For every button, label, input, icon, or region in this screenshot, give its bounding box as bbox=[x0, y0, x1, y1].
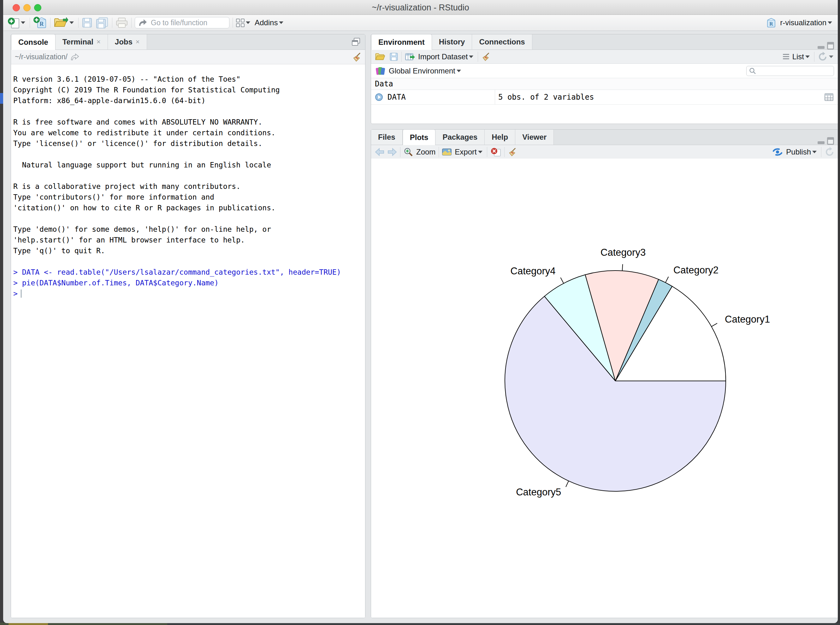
maximize-pane-icon[interactable] bbox=[827, 42, 834, 50]
pane-windows-icon[interactable] bbox=[351, 37, 361, 50]
tab-help[interactable]: Help bbox=[485, 130, 515, 145]
close-terminal-tab-icon[interactable]: × bbox=[97, 38, 101, 46]
print-icon[interactable] bbox=[115, 17, 128, 28]
import-dataset-icon[interactable] bbox=[405, 52, 415, 61]
tab-connections[interactable]: Connections bbox=[472, 34, 532, 50]
save-icon[interactable] bbox=[82, 17, 92, 28]
refresh-environment-caret[interactable] bbox=[829, 56, 833, 58]
console-command-line: > pie(DATA$Number.of.Times, DATA$Categor… bbox=[13, 277, 365, 288]
svg-text:R: R bbox=[40, 21, 44, 27]
global-environment-icon bbox=[376, 66, 386, 76]
project-selector[interactable]: r-visualization bbox=[780, 18, 826, 27]
console-output[interactable]: R version 3.6.1 (2019-07-05) -- "Action … bbox=[11, 64, 365, 618]
environment-scope-selector[interactable]: Global Environment bbox=[389, 67, 455, 75]
background-window-sliver bbox=[0, 0, 3, 625]
goto-file-input[interactable] bbox=[150, 18, 224, 28]
tab-environment[interactable]: Environment bbox=[371, 34, 432, 50]
title-bar: ~/r-visualization - RStudio bbox=[3, 0, 838, 15]
tab-packages[interactable]: Packages bbox=[435, 130, 485, 145]
tab-plots[interactable]: Plots bbox=[403, 130, 436, 145]
project-cube-icon: R bbox=[765, 17, 777, 28]
export-plot-icon bbox=[442, 148, 452, 156]
console-output-line bbox=[13, 256, 365, 267]
maximize-pane-icon[interactable] bbox=[827, 137, 834, 145]
rstudio-window: ~/r-visualization - RStudio R bbox=[3, 0, 838, 623]
refresh-plot-icon[interactable] bbox=[824, 147, 835, 157]
console-output-line: Type 'license()' or 'licence()' for dist… bbox=[13, 138, 365, 149]
tab-viewer[interactable]: Viewer bbox=[515, 130, 554, 145]
export-plot-button[interactable]: Export bbox=[455, 148, 477, 156]
view-data-table-icon[interactable] bbox=[824, 93, 833, 101]
import-dataset-caret[interactable] bbox=[469, 56, 473, 58]
pane-layout-icon[interactable] bbox=[236, 19, 245, 27]
console-output-line: Platform: x86_64-apple-darwin15.6.0 (64-… bbox=[13, 95, 365, 106]
save-workspace-icon[interactable] bbox=[390, 52, 398, 61]
pie-chart: Category1Category2Category3Category4Cate… bbox=[371, 159, 838, 618]
minimize-pane-icon[interactable] bbox=[818, 46, 824, 49]
publish-button[interactable]: Publish bbox=[786, 148, 811, 156]
main-toolbar: R bbox=[3, 15, 838, 31]
console-output-line: Type 'contributors()' for more informati… bbox=[13, 192, 365, 202]
load-workspace-icon[interactable] bbox=[375, 52, 386, 62]
environment-search-box[interactable] bbox=[746, 66, 834, 76]
pie-label: Category2 bbox=[673, 264, 718, 275]
zoom-plot-icon[interactable] bbox=[404, 147, 413, 157]
clear-all-plots-broom-icon[interactable] bbox=[508, 148, 517, 156]
pie-label-tick bbox=[622, 264, 623, 271]
open-file-dropdown-caret[interactable] bbox=[69, 22, 74, 24]
console-prompt-line: > bbox=[13, 288, 365, 299]
next-plot-icon[interactable] bbox=[388, 148, 397, 156]
search-icon bbox=[749, 67, 756, 75]
list-view-caret[interactable] bbox=[805, 56, 810, 58]
object-name: DATA bbox=[388, 93, 406, 101]
console-tabstrip: Console Terminal × Jobs × bbox=[11, 34, 365, 50]
addins-button[interactable]: Addins bbox=[255, 18, 278, 27]
tab-history[interactable]: History bbox=[432, 34, 472, 50]
minimize-pane-icon[interactable] bbox=[818, 141, 824, 144]
new-file-icon[interactable] bbox=[8, 17, 20, 29]
remove-plot-icon[interactable] bbox=[490, 147, 501, 157]
tab-console[interactable]: Console bbox=[11, 34, 56, 50]
console-output-line: R is free software and comes with ABSOLU… bbox=[13, 117, 365, 127]
plots-pane: Files Plots Packages Help Viewer bbox=[371, 129, 838, 618]
previous-plot-icon[interactable] bbox=[375, 148, 384, 156]
environment-tabstrip: Environment History Connections bbox=[371, 34, 838, 50]
clear-environment-broom-icon[interactable] bbox=[481, 52, 490, 61]
jump-to-directory-icon[interactable] bbox=[71, 54, 79, 61]
pie-label-tick bbox=[712, 323, 717, 326]
tab-files[interactable]: Files bbox=[371, 130, 403, 145]
publish-icon bbox=[772, 148, 783, 156]
expand-object-icon[interactable] bbox=[375, 93, 383, 101]
list-view-button[interactable]: List bbox=[792, 52, 804, 61]
new-file-dropdown-caret[interactable] bbox=[21, 22, 25, 24]
working-directory: ~/r-visualization/ bbox=[15, 53, 67, 61]
environment-object-row[interactable]: DATA 5 obs. of 2 variables bbox=[371, 90, 838, 105]
export-plot-caret[interactable] bbox=[478, 151, 483, 153]
goto-arrow-icon bbox=[138, 19, 147, 26]
new-project-icon[interactable]: R bbox=[33, 16, 47, 29]
clear-console-broom-icon[interactable] bbox=[352, 52, 361, 62]
console-pane: Console Terminal × Jobs × bbox=[11, 34, 365, 618]
tab-terminal[interactable]: Terminal × bbox=[56, 34, 108, 50]
save-all-icon[interactable] bbox=[96, 17, 109, 28]
open-file-icon[interactable] bbox=[54, 17, 68, 28]
pie-label: Category1 bbox=[725, 314, 770, 325]
publish-caret[interactable] bbox=[812, 151, 817, 153]
zoom-plot-button[interactable]: Zoom bbox=[416, 148, 435, 156]
console-output-line bbox=[13, 149, 365, 160]
console-output-line bbox=[13, 213, 365, 224]
addins-caret[interactable] bbox=[279, 22, 284, 24]
import-dataset-button[interactable]: Import Dataset bbox=[418, 52, 468, 61]
close-jobs-tab-icon[interactable]: × bbox=[136, 38, 140, 46]
pie-label-tick bbox=[560, 277, 564, 283]
tab-jobs[interactable]: Jobs × bbox=[108, 34, 147, 50]
console-output-line: R version 3.6.1 (2019-07-05) -- "Action … bbox=[13, 74, 365, 84]
environment-pane: Environment History Connections bbox=[371, 34, 838, 124]
goto-file-function-box[interactable] bbox=[135, 17, 229, 28]
refresh-environment-icon[interactable] bbox=[818, 52, 828, 62]
environment-scope-caret[interactable] bbox=[457, 70, 461, 72]
window-title: ~/r-visualization - RStudio bbox=[3, 3, 838, 12]
pane-layout-caret[interactable] bbox=[246, 22, 250, 24]
project-selector-caret[interactable] bbox=[828, 22, 832, 24]
list-view-icon bbox=[783, 54, 789, 59]
